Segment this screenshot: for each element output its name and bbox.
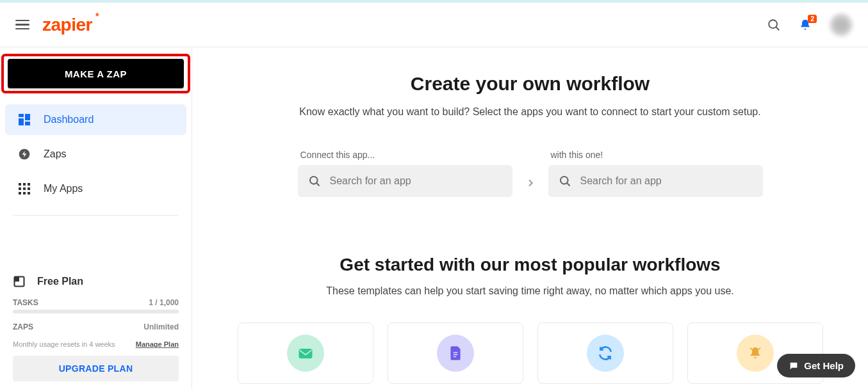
popular-title: Get started with our most popular workfl… xyxy=(192,255,868,275)
svg-rect-13 xyxy=(19,192,21,194)
search-icon xyxy=(308,175,321,187)
zap-icon xyxy=(18,148,31,161)
layout: MAKE A ZAP Dashboard Zaps My Apps xyxy=(0,47,868,389)
global-search-button[interactable] xyxy=(767,18,781,32)
get-help-button[interactable]: Get Help xyxy=(777,354,855,377)
sidebar-item-label: Zaps xyxy=(44,148,67,160)
connect-source-col: Connect this app... xyxy=(298,150,512,197)
sidebar-divider xyxy=(13,215,179,216)
svg-rect-12 xyxy=(28,187,30,190)
chevron-right-icon xyxy=(525,178,536,188)
svg-rect-10 xyxy=(19,187,21,190)
sidebar-item-myapps[interactable]: My Apps xyxy=(5,173,186,204)
sidebar-plan-section: Free Plan TASKS 1 / 1,000 ZAPS Unlimited… xyxy=(0,275,192,389)
plan-icon xyxy=(13,275,26,288)
svg-rect-14 xyxy=(23,192,26,194)
sidebar-item-label: Dashboard xyxy=(44,114,94,125)
connect-target-col: with this one! xyxy=(548,150,763,197)
workflow-card[interactable] xyxy=(388,322,523,384)
svg-rect-7 xyxy=(19,183,21,186)
header-right: 2 xyxy=(767,13,853,36)
search-icon xyxy=(559,175,571,187)
svg-line-21 xyxy=(567,183,569,186)
sidebar: MAKE A ZAP Dashboard Zaps My Apps xyxy=(0,47,192,389)
source-app-search[interactable] xyxy=(298,165,512,197)
chat-icon xyxy=(789,361,799,371)
svg-rect-15 xyxy=(28,192,30,194)
dashboard-icon xyxy=(18,113,31,126)
svg-rect-5 xyxy=(25,122,30,125)
search-icon xyxy=(767,18,781,32)
tasks-progress-bar xyxy=(13,310,179,314)
zaps-value: Unlimited xyxy=(143,322,179,331)
svg-point-0 xyxy=(769,20,777,28)
workflow-card[interactable] xyxy=(537,322,673,384)
svg-rect-2 xyxy=(19,114,24,117)
svg-rect-9 xyxy=(28,183,30,186)
svg-rect-3 xyxy=(25,114,30,120)
header-left: zapier* xyxy=(15,15,92,35)
document-icon xyxy=(437,335,474,372)
tasks-label: TASKS xyxy=(13,298,38,307)
mail-icon xyxy=(287,335,324,372)
popular-subtitle: These templates can help you start savin… xyxy=(192,285,868,297)
tasks-value: 1 / 1,000 xyxy=(149,298,179,307)
notification-count-badge: 2 xyxy=(808,15,817,23)
sync-icon xyxy=(587,335,624,372)
svg-rect-17 xyxy=(15,277,20,282)
svg-rect-4 xyxy=(19,118,24,125)
manage-plan-link[interactable]: Manage Plan xyxy=(136,340,179,348)
sidebar-item-zaps[interactable]: Zaps xyxy=(5,139,186,170)
target-app-input[interactable] xyxy=(580,175,753,187)
connect-source-label: Connect this app... xyxy=(298,150,512,160)
connect-target-label: with this one! xyxy=(548,150,763,160)
hero-subtitle: Know exactly what you want to build? Sel… xyxy=(192,106,868,118)
target-app-search[interactable] xyxy=(548,165,763,197)
header: zapier* 2 xyxy=(0,3,868,47)
plan-name: Free Plan xyxy=(37,276,83,287)
logo-asterisk-icon: * xyxy=(95,11,99,21)
sidebar-item-label: My Apps xyxy=(44,183,83,194)
notifications-button[interactable]: 2 xyxy=(799,19,812,31)
reset-text: Monthly usage resets in 4 weeks xyxy=(13,340,115,348)
svg-line-19 xyxy=(316,183,319,186)
svg-point-18 xyxy=(309,177,317,184)
user-avatar[interactable] xyxy=(830,13,853,36)
svg-line-1 xyxy=(776,27,780,30)
connect-apps-row: Connect this app... with this one! xyxy=(192,150,868,197)
apps-grid-icon xyxy=(18,182,31,195)
plan-name-row: Free Plan xyxy=(13,275,179,288)
get-help-label: Get Help xyxy=(804,360,844,371)
make-a-zap-button[interactable]: MAKE A ZAP xyxy=(8,59,184,88)
upgrade-plan-button[interactable]: UPGRADE PLAN xyxy=(13,356,179,381)
svg-point-20 xyxy=(560,177,568,184)
workflow-card[interactable] xyxy=(238,322,373,384)
zaps-stat: ZAPS Unlimited xyxy=(13,322,179,331)
reset-info-row: Monthly usage resets in 4 weeks Manage P… xyxy=(13,340,179,348)
logo-text: zapier xyxy=(42,15,92,35)
svg-rect-8 xyxy=(23,183,26,186)
notification-bell-icon xyxy=(737,335,774,372)
svg-line-26 xyxy=(750,348,752,349)
hero-title: Create your own workflow xyxy=(192,73,868,95)
source-app-input[interactable] xyxy=(330,175,502,187)
main-content: Create your own workflow Know exactly wh… xyxy=(192,47,868,389)
svg-line-27 xyxy=(758,348,760,349)
sidebar-item-dashboard[interactable]: Dashboard xyxy=(5,104,186,135)
menu-toggle-button[interactable] xyxy=(15,20,29,30)
make-zap-highlight: MAKE A ZAP xyxy=(1,54,190,93)
svg-rect-22 xyxy=(299,349,312,358)
svg-rect-11 xyxy=(23,187,26,190)
zaps-label: ZAPS xyxy=(13,322,33,331)
tasks-stat: TASKS 1 / 1,000 xyxy=(13,298,179,307)
workflow-cards-row xyxy=(192,322,868,384)
logo[interactable]: zapier* xyxy=(42,15,92,35)
